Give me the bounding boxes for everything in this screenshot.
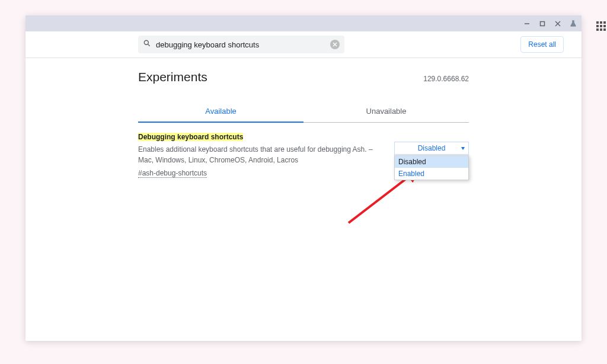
dropdown-option-disabled[interactable]: Disabled [395, 156, 468, 168]
maximize-button[interactable] [538, 19, 547, 28]
tabs: Available Unavailable [138, 101, 469, 123]
tab-available[interactable]: Available [138, 101, 304, 123]
search-box[interactable] [138, 36, 344, 53]
titlebar [25, 15, 582, 31]
tab-unavailable[interactable]: Unavailable [304, 101, 469, 122]
search-input[interactable] [156, 40, 325, 49]
experiment-select[interactable]: Disabled [394, 142, 469, 155]
app-window: Reset all Experiments 129.0.6668.62 Avai… [25, 15, 582, 341]
clear-search-icon[interactable] [330, 40, 340, 49]
select-value: Disabled [418, 144, 446, 152]
toolbar: Reset all [25, 31, 582, 58]
dropdown-option-enabled[interactable]: Enabled [395, 168, 468, 180]
version-text: 129.0.6668.62 [423, 75, 469, 83]
svg-line-5 [148, 44, 150, 46]
experiment-description: Enables additional keyboard shortcuts th… [138, 144, 385, 165]
page-title: Experiments [138, 70, 207, 84]
minimize-button[interactable] [522, 19, 532, 28]
content-area: Experiments 129.0.6668.62 Available Unav… [25, 58, 582, 178]
svg-rect-1 [541, 21, 545, 25]
reset-all-button[interactable]: Reset all [520, 36, 564, 53]
app-launcher-icon[interactable] [596, 21, 607, 31]
svg-point-4 [144, 40, 148, 44]
search-icon [143, 39, 151, 50]
experiment-title: Debugging keyboard shortcuts [138, 133, 243, 141]
experiment-dropdown: Disabled Enabled [394, 155, 469, 180]
experiment-row: Debugging keyboard shortcuts Enables add… [138, 123, 469, 178]
close-button[interactable] [553, 19, 563, 28]
experiment-hash-link[interactable]: #ash-debug-shortcuts [138, 169, 207, 178]
flask-icon[interactable] [568, 19, 578, 28]
